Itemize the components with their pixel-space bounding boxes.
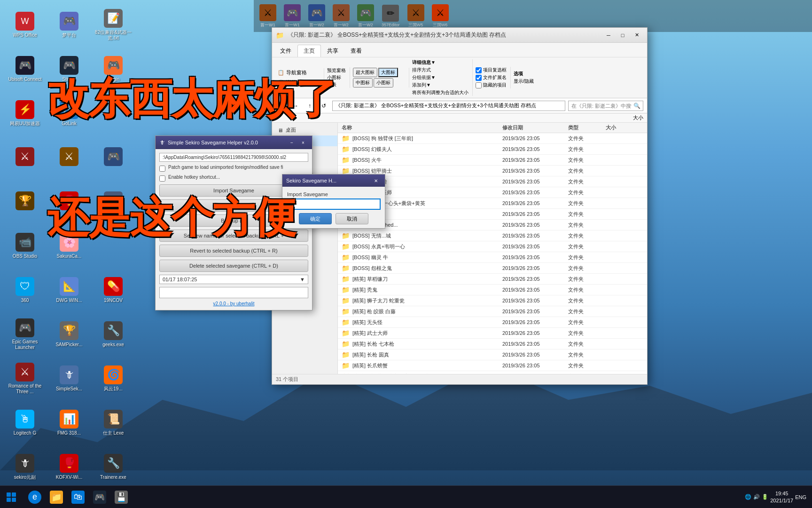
table-row[interactable]: 📁[BOSS] 狗 独臂侠 [三年前] 2019/3/26 23:05 文件夹 [338,133,647,144]
top-icon-7[interactable]: ⚔ 三国W5 [406,2,426,30]
table-row[interactable]: 📁[精英] 狮子太刀 蛇重瓮 2019/3/26 23:05 文件夹 [338,295,647,306]
ribbon-tab-view[interactable]: 查看 [344,45,368,57]
top-icon-5[interactable]: 🎮 首一W2 [355,2,376,30]
close-button[interactable]: ✕ [630,30,643,40]
minimize-button[interactable]: ─ [602,30,615,40]
desktop-icon-19ncov[interactable]: 💊 19NCOV [92,269,134,311]
taskbar-edge-icon[interactable]: e [24,487,45,508]
search-input[interactable] [568,101,643,111]
desktop-icon-fengyun[interactable]: 🌀 风云19... [92,357,134,400]
revert-btn[interactable]: Revert to selected backup (CTRL + R) [159,245,308,257]
desktop-icon-dream[interactable]: 🎮 梦平台 [48,4,90,46]
desktop-icon-romance[interactable]: ⚔ Romance of the Three ... [4,357,46,400]
taskbar-steam-icon[interactable]: 🎮 [89,487,110,508]
forward-button[interactable]: → [290,100,301,111]
desktop-icon-fmg[interactable]: 📊 FMG 318... [48,402,90,444]
desktop-icon-g3[interactable]: 🎮 [92,136,134,179]
ribbon-tab-share[interactable]: 共享 [321,45,344,57]
desktop-icon-netease[interactable]: ⚡ 网易UU加速器 [4,92,46,135]
large-btn[interactable]: 大图标 [378,68,398,77]
top-icon-1[interactable]: ⚔ 首一W1 [258,2,278,30]
start-button[interactable] [0,486,23,508]
sidebar-item-desktop[interactable]: 🖥 桌面 [272,125,337,135]
table-row[interactable]: 📁[精英] 草稻镰刀 2019/3/26 23:05 文件夹 [338,274,647,285]
patch-checkbox-row[interactable]: Patch game to load unimported foreign/mo… [159,165,308,172]
extra-large-btn[interactable]: 超大图标 [353,68,377,77]
table-row[interactable]: 📁[BOSS] 永真+韦明一心 2019/3/26 23:05 文件夹 [338,241,647,252]
item-checkbox[interactable] [476,67,482,73]
top-icon-8[interactable]: ⚔ 三国W6 [430,2,451,30]
patch-checkbox[interactable] [159,166,165,172]
ribbon-tab-file[interactable]: 文件 [274,45,297,57]
top-icon-2[interactable]: 🎮 首一W1 [282,2,303,30]
small-btn[interactable]: 小图标 [374,78,393,87]
desktop-icon-origin[interactable]: 🎮 Origin [92,48,134,90]
desktop-icon-g5[interactable]: 🥊 [48,181,90,223]
top-icon-4[interactable]: ⚔ 首一W2 [331,2,351,30]
table-row[interactable]: 📁[精英] 武士大师 2019/3/26 23:05 文件夹 [338,328,647,339]
desktop-icon-sam[interactable]: 🏆 SAMPicker... [48,313,90,356]
desktop-icon-360[interactable]: 🛡 360 [4,269,46,311]
hotkey-checkbox[interactable] [159,175,165,182]
table-row[interactable]: 📁[精英] 秃鬼 2019/3/26 23:05 文件夹 [338,285,647,295]
refresh-button[interactable]: ↺ [318,100,329,111]
address-input[interactable] [332,101,565,111]
medium-btn[interactable]: 中图标 [353,78,373,87]
import-input[interactable] [287,199,380,209]
desktop-icon-g6[interactable]: 🎮 [92,181,134,223]
top-icon-6[interactable]: ✏ 357Editor [380,3,402,29]
details-pane-btn[interactable]: 📋 详细信息窗格 [275,78,320,87]
ext-checkbox[interactable] [476,75,482,81]
table-row[interactable]: 📁[BOSS] 怨根之鬼 2019/3/26 23:05 文件夹 [338,263,647,274]
desktop-icon-sakura[interactable]: 🌸 SakuraCa... [48,225,90,267]
set-name-btn[interactable]: Set new name for selected backup (CTRL + [159,230,308,242]
table-row[interactable]: 📁[精英] 长枪 七本枪 2019/3/26 23:05 文件夹 [338,339,647,349]
desktop-icon-steam[interactable]: 🎮 Steam [48,48,90,90]
hidden-checkbox[interactable] [476,82,482,88]
taskbar-save-icon[interactable]: 💾 [111,487,132,508]
nav-pane-btn[interactable]: 📋 导航窗格 [275,68,320,77]
back-button[interactable]: ← [276,100,287,111]
desktop-icon-wps[interactable]: W WPS Office [4,4,46,46]
desktop-icon-epic[interactable]: 🎮 Epic Games Launcher [4,313,46,356]
table-row[interactable]: 📁[精英] 长爪螃蟹 2019/3/26 23:05 文件夹 [338,360,647,371]
table-row[interactable]: 📁[精英] 长枪 圆真 2019/3/26 23:05 文件夹 [338,349,647,360]
desktop-icon-geeks[interactable]: 🔧 geeks.exe [92,313,134,356]
delete-btn[interactable]: Delete selected savegame (CTRL + D) [159,260,308,272]
desktop-icon-g2[interactable]: ⚔ [48,136,90,179]
desktop-icon-golink[interactable]: 🔗 GoLink [48,92,90,135]
table-row[interactable]: 📁[精英] 枪 皎眼 白藤 2019/3/26 23:05 文件夹 [338,306,647,317]
desktop-icon-shizhu[interactable]: 📜 仕主 Lexe [92,402,134,444]
notes-area[interactable] [159,287,308,298]
table-row[interactable]: 📁[BOSS] 幻蝶夫人 2019/3/26 23:05 文件夹 [338,144,647,155]
desktop-icon-sekiro3[interactable]: 🗡 sekiro元副 [4,446,46,488]
version-link[interactable]: v2.0.0 - by uberhalit [159,301,308,306]
item-checkbox-label[interactable]: 项目复选框 [476,67,507,73]
ok-button[interactable]: 确定 [299,213,332,224]
ribbon-tab-home[interactable]: 主页 [297,45,321,57]
desktop-icon-g4[interactable]: 🏆 [4,181,46,223]
table-row[interactable]: 📁[BOSS] 幽灵 牛 2019/3/26 23:05 文件夹 [338,252,647,263]
taskbar-file-explorer-icon[interactable]: 📁 [46,487,67,508]
desktop-icon-trainer3[interactable]: 🔧 Trainere.exe [92,446,134,488]
table-row[interactable]: 📁[BOSS] 火牛 2019/3/26 23:05 文件夹 [338,155,647,166]
desktop-icon-dwg1[interactable]: 📐 DWG WIN... [48,269,90,311]
desktop-icon-compat[interactable]: 📝 82位兼容&武器一览.txt [92,4,134,46]
inner-dialog-close-btn[interactable]: ✕ [371,176,381,185]
desktop-icon-g1[interactable]: ⚔ [4,136,46,179]
table-row[interactable]: 📁[精英] 无头怪 2019/3/26 23:05 文件夹 [338,317,647,328]
up-button[interactable]: ↑ [304,100,315,111]
desktop-icon-kofxv[interactable]: 🥊 KOFXV-Wi... [48,446,90,488]
ext-checkbox-label[interactable]: 文件扩展名 [476,74,507,81]
desktop-icon-simplesek[interactable]: 🗡 SimpleSek... [48,357,90,400]
sekiro-close-btn[interactable]: × [298,138,308,147]
cancel-button[interactable]: 取消 [336,213,368,224]
hidden-checkbox-label[interactable]: 隐藏的项目 [476,82,507,88]
taskbar-store-icon[interactable]: 🛍 [68,487,88,508]
taskbar-clock[interactable]: 19:45 2021/1/17 [770,490,793,504]
desktop-icon-logitech[interactable]: 🖱 Logitech G [4,402,46,444]
sekiro-minimize-btn[interactable]: − [287,138,297,147]
desktop-icon-ubisoft[interactable]: 🎮 Ubisoft Connect [4,48,46,90]
maximize-button[interactable]: □ [616,30,629,40]
desktop-icon-obs[interactable]: 📹 OBS Studio [4,225,46,267]
